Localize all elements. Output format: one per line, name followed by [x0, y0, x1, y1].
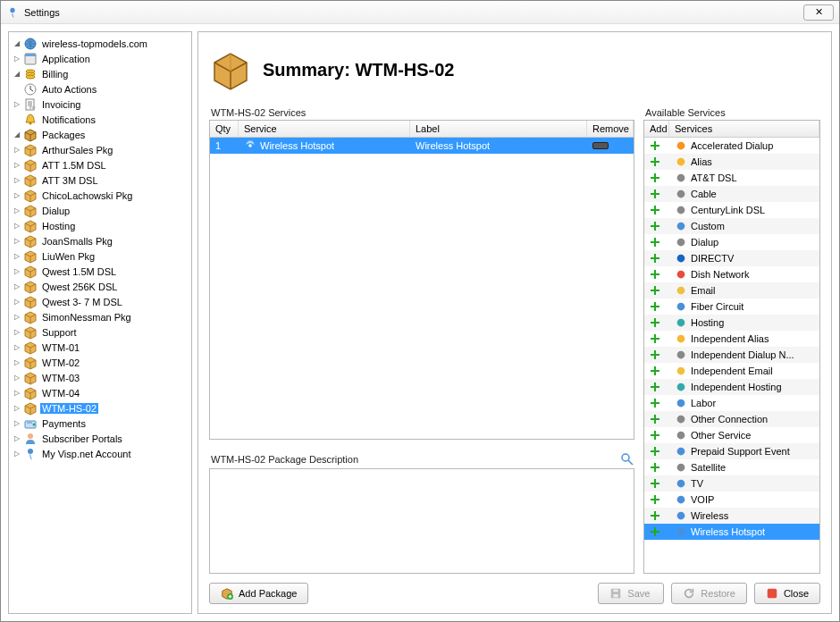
- add-icon[interactable]: [650, 269, 660, 280]
- tree-package-item[interactable]: ▷Dialup: [11, 203, 189, 218]
- cell-add[interactable]: [644, 381, 669, 393]
- col-label[interactable]: Label: [410, 121, 587, 137]
- add-icon[interactable]: [650, 285, 660, 296]
- tree-package-item[interactable]: ▷ArthurSales Pkg: [11, 142, 189, 157]
- col-add[interactable]: Add: [644, 121, 669, 137]
- tree-package-item[interactable]: ▷ATT 1.5M DSL: [11, 157, 189, 172]
- add-icon[interactable]: [650, 189, 660, 199]
- expander-icon[interactable]: ▷: [13, 298, 21, 307]
- tree-my-account[interactable]: ▷My Visp.net Account: [11, 446, 189, 461]
- tree-notifications[interactable]: Notifications: [11, 112, 189, 127]
- add-icon[interactable]: [650, 156, 660, 167]
- save-button[interactable]: Save: [598, 583, 664, 604]
- expander-icon[interactable]: ▷: [13, 404, 21, 413]
- cell-label[interactable]: Wireless Hotspot: [410, 139, 587, 152]
- tree-root[interactable]: ◢ wireless-topmodels.com: [11, 36, 189, 51]
- add-icon[interactable]: [650, 301, 660, 312]
- tree-package-item[interactable]: ▷Qwest 256K DSL: [11, 279, 189, 294]
- col-service[interactable]: Service: [239, 121, 410, 137]
- available-service-row[interactable]: Satellite: [644, 459, 819, 475]
- expander-icon[interactable]: ▷: [13, 313, 21, 322]
- cell-add[interactable]: [644, 493, 669, 506]
- close-button[interactable]: Close: [754, 583, 820, 604]
- tree-payments[interactable]: ▷Payments: [11, 416, 189, 431]
- available-service-row[interactable]: CenturyLink DSL: [644, 202, 819, 218]
- add-icon[interactable]: [650, 205, 660, 215]
- expander-icon[interactable]: ▷: [13, 206, 21, 215]
- tree-package-item[interactable]: ▷Qwest 3- 7 M DSL: [11, 294, 189, 309]
- available-service-row[interactable]: Custom: [644, 218, 819, 234]
- add-icon[interactable]: [650, 398, 660, 408]
- cell-add[interactable]: [644, 509, 669, 522]
- services-table[interactable]: Qty Service Label Remove 1Wireless Hotsp…: [209, 120, 634, 440]
- tree-auto-actions[interactable]: Auto Actions: [11, 81, 189, 97]
- tree-package-item[interactable]: ▷Support: [11, 324, 189, 340]
- tree-package-item[interactable]: ▷WTM-02: [11, 355, 189, 370]
- expander-icon[interactable]: ▷: [13, 252, 21, 261]
- cell-add[interactable]: [644, 413, 669, 425]
- available-service-row[interactable]: Independent Hosting: [644, 379, 819, 395]
- available-service-row[interactable]: VOIP: [644, 492, 819, 508]
- add-icon[interactable]: [650, 462, 660, 473]
- expander-icon[interactable]: ▷: [13, 267, 21, 276]
- col-qty[interactable]: Qty: [210, 121, 239, 137]
- tree-package-item[interactable]: ▷ChicoLachowski Pkg: [11, 188, 189, 203]
- available-service-row[interactable]: TV: [644, 475, 819, 492]
- add-icon[interactable]: [650, 253, 660, 264]
- tree-package-item[interactable]: ▷Qwest 1.5M DSL: [11, 264, 189, 279]
- available-services-table[interactable]: Add Services Accelerated DialupAliasAT&T…: [643, 120, 820, 574]
- available-service-row[interactable]: Wireless: [644, 508, 819, 524]
- add-icon[interactable]: [650, 317, 660, 328]
- cell-add[interactable]: [644, 188, 669, 200]
- expander-icon[interactable]: ▷: [13, 146, 21, 155]
- cell-add[interactable]: [644, 268, 669, 281]
- expander-icon[interactable]: ▷: [13, 374, 21, 382]
- add-icon[interactable]: [650, 526, 660, 537]
- expander-icon[interactable]: ▷: [13, 358, 21, 367]
- available-service-row[interactable]: Accelerated Dialup: [644, 138, 819, 154]
- available-service-row[interactable]: Labor: [644, 395, 819, 411]
- expander-icon[interactable]: ▷: [13, 328, 21, 337]
- cell-add[interactable]: [644, 477, 669, 490]
- tree-package-item[interactable]: ▷ATT 3M DSL: [11, 172, 189, 188]
- available-service-row[interactable]: Independent Dialup N...: [644, 347, 819, 363]
- add-icon[interactable]: [650, 414, 660, 424]
- add-icon[interactable]: [650, 221, 660, 231]
- available-service-row[interactable]: Dialup: [644, 234, 819, 250]
- cell-remove[interactable]: [587, 141, 634, 150]
- add-package-button[interactable]: Add Package: [209, 583, 308, 604]
- expander-icon[interactable]: ▷: [13, 191, 21, 200]
- magnify-icon[interactable]: [620, 452, 634, 466]
- tree-application[interactable]: ▷Application: [11, 51, 189, 66]
- add-icon[interactable]: [650, 478, 660, 489]
- available-service-row[interactable]: Email: [644, 282, 819, 298]
- cell-add[interactable]: [644, 252, 669, 265]
- nav-tree[interactable]: ◢ wireless-topmodels.com ▷Application ◢B…: [8, 31, 192, 614]
- expander-icon[interactable]: ▷: [13, 389, 21, 398]
- col-remove[interactable]: Remove: [587, 121, 634, 137]
- available-service-row[interactable]: Other Service: [644, 427, 819, 443]
- cell-add[interactable]: [644, 156, 669, 168]
- add-icon[interactable]: [650, 430, 660, 441]
- available-service-row[interactable]: DIRECTV: [644, 250, 819, 266]
- tree-package-item[interactable]: ▷SimonNessman Pkg: [11, 309, 189, 324]
- available-service-row[interactable]: Independent Alias: [644, 331, 819, 347]
- add-icon[interactable]: [650, 140, 660, 151]
- available-service-row[interactable]: Alias: [644, 154, 819, 170]
- cell-add[interactable]: [644, 397, 669, 409]
- tree-packages[interactable]: ◢Packages: [11, 127, 189, 142]
- service-row[interactable]: 1Wireless HotspotWireless Hotspot: [210, 138, 634, 154]
- add-icon[interactable]: [650, 510, 660, 521]
- cell-add[interactable]: [644, 139, 669, 152]
- cell-add[interactable]: [644, 525, 669, 538]
- expander-icon[interactable]: ▷: [13, 100, 21, 109]
- tree-package-item[interactable]: ▷JoanSmalls Pkg: [11, 233, 189, 248]
- add-icon[interactable]: [650, 382, 660, 392]
- add-icon[interactable]: [650, 494, 660, 505]
- col-services[interactable]: Services: [669, 121, 819, 137]
- cell-add[interactable]: [644, 236, 669, 248]
- add-icon[interactable]: [650, 333, 660, 344]
- cell-add[interactable]: [644, 332, 669, 345]
- expander-icon[interactable]: ▷: [13, 434, 21, 443]
- tree-subscriber-portals[interactable]: ▷Subscriber Portals: [11, 431, 189, 446]
